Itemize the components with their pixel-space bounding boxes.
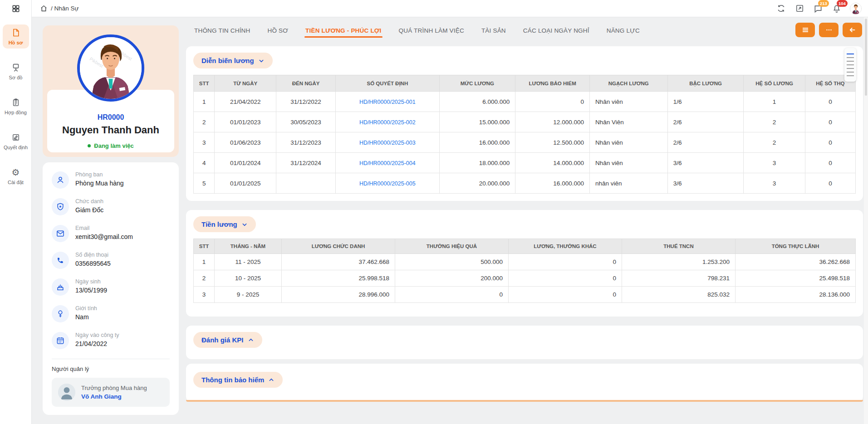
- table-cell: 9 - 2025: [215, 287, 282, 303]
- table-cell: 1/6: [667, 92, 744, 112]
- notifications-button[interactable]: 104: [831, 3, 842, 14]
- tab-tai-san[interactable]: TÀI SẢN: [481, 19, 507, 42]
- table-header: STT TỪ NGÀY ĐẾN NGÀY SỐ QUYẾT ĐỊNH MỨC L…: [194, 75, 856, 92]
- table-cell: 31/12/2022: [276, 92, 335, 112]
- messages-button[interactable]: 213: [813, 3, 824, 14]
- back-button[interactable]: [843, 23, 862, 37]
- table-cell: 2: [194, 270, 215, 287]
- table-cell: 0: [805, 173, 855, 194]
- table-cell: 0: [805, 112, 855, 132]
- sidebar-item-so-do[interactable]: Sơ đồ: [3, 59, 29, 83]
- person-silhouette-icon: [58, 384, 75, 401]
- insurance-card: Thông tin bảo hiểm: [186, 364, 863, 402]
- sidebar-item-cai-dat[interactable]: ⚙ Cài đặt: [3, 164, 29, 188]
- org-chart-icon: [11, 63, 21, 73]
- tab-ho-so[interactable]: HỒ SƠ: [267, 19, 289, 42]
- manager-name-link[interactable]: Võ Anh Giang: [81, 393, 147, 400]
- info-value: 0356895645: [75, 260, 111, 267]
- sidebar-item-ho-so[interactable]: Hồ sơ: [3, 24, 29, 49]
- table-cell: 28.136.000: [736, 287, 856, 303]
- app-launcher-button[interactable]: [0, 0, 32, 17]
- table-cell: 1: [194, 254, 215, 270]
- table-cell: HD/HR0000/2025-005: [336, 173, 439, 194]
- table-cell: 10 - 2025: [215, 270, 282, 287]
- chevron-down-icon: [258, 58, 265, 64]
- info-label: Chức danh: [75, 198, 103, 205]
- envelope-icon: [52, 225, 69, 242]
- col-luong-thuong-khac: LƯƠNG, THƯỞNG KHÁC: [509, 239, 622, 254]
- gender-icon: [52, 305, 69, 322]
- decision-number-link[interactable]: HD/HR0000/2025-002: [359, 119, 416, 126]
- tab-cac-loai-ngay-nghi[interactable]: CÁC LOẠI NGÀY NGHỈ: [522, 19, 590, 42]
- info-label: Email: [75, 225, 133, 231]
- table-cell: 01/01/2025: [215, 173, 276, 194]
- table-cell: 25.998.518: [282, 270, 395, 287]
- manager-avatar: [58, 384, 75, 401]
- insurance-toggle[interactable]: Thông tin bảo hiểm: [193, 372, 283, 388]
- payroll-title: Tiền lương: [201, 220, 237, 228]
- kpi-title: Đánh giá KPI: [201, 336, 244, 344]
- table-cell: 2: [194, 112, 215, 132]
- info-item-phong-ban: Phòng ban Phòng Mua hàng: [52, 171, 170, 189]
- tab-thong-tin-chinh[interactable]: THÔNG TIN CHÍNH: [193, 19, 251, 42]
- profile-column: HR0000 Nguyen Thanh Danh Đang làm việc P…: [43, 25, 179, 415]
- table-cell: 0: [395, 287, 509, 303]
- status-text: Đang làm việc: [94, 142, 133, 149]
- info-item-gioi-tinh: Giới tính Nam: [52, 305, 170, 322]
- refresh-button[interactable]: [775, 3, 786, 14]
- kpi-card: Đánh giá KPI: [186, 326, 863, 359]
- info-value: 13/05/1999: [75, 287, 107, 294]
- tab-nang-luc[interactable]: NĂNG LỰC: [606, 19, 641, 42]
- sidebar-item-label: Cài đặt: [8, 180, 24, 185]
- messages-count-badge: 213: [818, 0, 829, 7]
- tab-qua-trinh-lam-viec[interactable]: QUÁ TRÌNH LÀM VIỆC: [398, 19, 465, 42]
- info-value: Phòng Mua hàng: [75, 180, 124, 187]
- info-label: Giới tính: [75, 305, 97, 312]
- kpi-toggle[interactable]: Đánh giá KPI: [193, 332, 262, 348]
- page-scrollbar[interactable]: [864, 17, 868, 424]
- tab-tien-luong-phuc-loi[interactable]: TIỀN LƯƠNG - PHÚC LỢI: [304, 19, 382, 42]
- sidebar-item-label: Sơ đồ: [9, 75, 23, 80]
- table-row: 111 - 202537.462.668500.00001.253.20036.…: [194, 254, 856, 270]
- breadcrumb[interactable]: / Nhân Sự: [40, 5, 79, 12]
- chevron-up-icon: [248, 337, 254, 343]
- decision-number-link[interactable]: HD/HR0000/2025-004: [359, 160, 416, 166]
- table-cell: 825.032: [622, 287, 736, 303]
- table-row: 121/04/202231/12/2022HD/HR0000/2025-0016…: [194, 92, 856, 112]
- salary-history-table: STT TỪ NGÀY ĐẾN NGÀY SỐ QUYẾT ĐỊNH MỨC L…: [193, 75, 856, 194]
- manager-card[interactable]: Trưởng phòng Mua hàng Võ Anh Giang: [52, 378, 170, 407]
- decision-number-link[interactable]: HD/HR0000/2025-003: [359, 140, 416, 146]
- table-cell: 798.231: [622, 270, 736, 287]
- more-options-button[interactable]: [819, 23, 839, 37]
- info-item-chuc-danh: Chức danh Giám Đốc: [52, 198, 170, 215]
- col-thuong-hieu-qua: THƯỞNG HIỆU QUẢ: [395, 239, 509, 254]
- user-avatar[interactable]: [850, 3, 862, 15]
- fullscreen-button[interactable]: [794, 3, 805, 14]
- table-cell: 37.462.668: [282, 254, 395, 270]
- table-cell: 1.253.200: [622, 254, 736, 270]
- table-cell: 0: [515, 92, 590, 112]
- table-cell: 16.000.000: [515, 173, 590, 194]
- info-value: xemit30@gmail.com: [75, 233, 133, 240]
- salary-history-toggle[interactable]: Diễn biến lương: [193, 53, 273, 68]
- table-body: 111 - 202537.462.668500.00001.253.20036.…: [194, 254, 856, 303]
- sidebar-item-quyet-dinh[interactable]: Quyết định: [3, 129, 29, 153]
- menu-button[interactable]: [795, 23, 815, 37]
- decision-number-link[interactable]: HD/HR0000/2025-005: [359, 180, 416, 187]
- scrollbar-thumb[interactable]: [865, 19, 867, 96]
- table-cell: 12.500.000: [515, 132, 590, 153]
- table-cell: 2/6: [667, 132, 744, 153]
- payroll-toggle[interactable]: Tiền lương: [193, 216, 256, 232]
- table-cell: 3: [744, 173, 805, 194]
- decision-number-link[interactable]: HD/HR0000/2025-001: [359, 99, 416, 105]
- table-cell: 0: [509, 270, 622, 287]
- table-cell: 0: [805, 92, 855, 112]
- column-settings-widget[interactable]: [844, 48, 856, 82]
- shield-star-icon: [52, 198, 69, 215]
- col-den-ngay: ĐẾN NGÀY: [276, 75, 335, 92]
- table-cell: 6.000.000: [439, 92, 515, 112]
- sidebar-item-hop-dong[interactable]: Hợp đồng: [3, 94, 29, 118]
- table-row: 301/06/202331/12/2023HD/HR0000/2025-0031…: [194, 132, 856, 153]
- table-cell: HD/HR0000/2025-003: [336, 132, 439, 153]
- info-label: Số điện thoại: [75, 252, 111, 258]
